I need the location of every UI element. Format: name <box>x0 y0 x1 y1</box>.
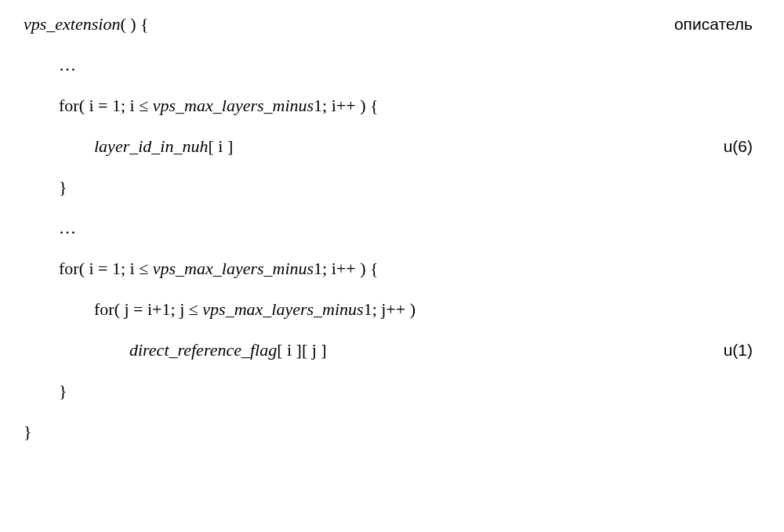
header-label: описатель <box>674 16 760 32</box>
direct-ref: direct_reference_flag[ i ][ j ] <box>24 342 327 359</box>
direct-ref-row: direct_reference_flag[ i ][ j ] u(1) <box>24 342 760 359</box>
header-row: vps_extension( ) { описатель <box>24 16 760 33</box>
ellipsis-2: … <box>24 219 760 237</box>
func-decl: vps_extension( ) { <box>24 16 149 33</box>
for-loop-2: for( i = 1; i ≤ vps_max_layers_minus1; i… <box>24 260 760 277</box>
for-loop-3: for( j = i+1; j ≤ vps_max_layers_minus1;… <box>24 301 760 318</box>
close-brace-2: } <box>24 382 760 400</box>
close-brace-1: } <box>24 179 760 196</box>
descriptor-u6: u(6) <box>724 138 760 154</box>
for-loop-1: for( i = 1; i ≤ vps_max_layers_minus1; i… <box>24 97 760 114</box>
close-brace-3: } <box>24 423 760 440</box>
layer-id-row: layer_id_in_nuh[ i ] u(6) <box>24 138 760 155</box>
ellipsis-1: … <box>24 56 760 74</box>
descriptor-u1: u(1) <box>724 342 760 358</box>
layer-id: layer_id_in_nuh[ i ] <box>24 138 233 155</box>
